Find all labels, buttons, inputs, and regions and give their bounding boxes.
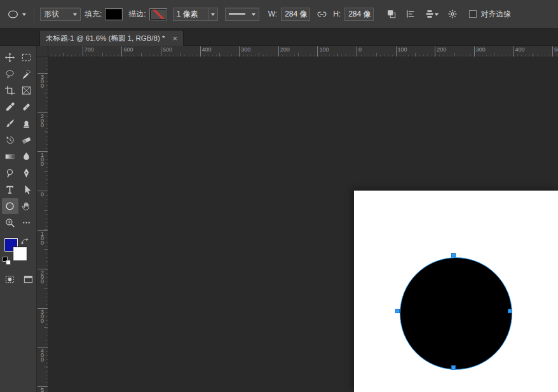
- stroke-width-input[interactable]: 1 像素: [173, 8, 208, 21]
- default-white-swatch: [6, 260, 11, 265]
- healing-tool[interactable]: [18, 99, 35, 115]
- align-edges-checkbox[interactable]: [469, 10, 477, 18]
- ruler-v-label: 100: [37, 151, 48, 166]
- document-tab[interactable]: 未标题-1 @ 61.6% (椭圆 1, RGB/8) * ×: [39, 30, 184, 46]
- document-canvas[interactable]: [354, 191, 558, 392]
- photoshop-window: 形状 填充: 描边: 1 像素 W: 284 像 H: 284 像: [0, 0, 558, 392]
- ruler-vertical[interactable]: 3002001000100200300400500: [37, 57, 48, 392]
- type-tool-icon: [4, 184, 15, 195]
- ruler-h-label: 600: [121, 46, 133, 57]
- ruler-v-label: 200: [37, 112, 48, 128]
- anchor-point-bottom[interactable]: [451, 365, 456, 370]
- ellipse-tool-icon: [4, 201, 15, 212]
- default-colors-button[interactable]: [3, 257, 12, 266]
- link-dimensions-button[interactable]: [314, 7, 329, 21]
- ruler-h-label: 100: [396, 46, 407, 57]
- blur-tool[interactable]: [18, 149, 35, 165]
- shape-height-input[interactable]: 284 像: [344, 8, 374, 21]
- chain-link-icon: [316, 9, 327, 20]
- more-tools-icon: [21, 217, 32, 228]
- lasso-tool-icon: [4, 69, 15, 79]
- gear-icon: [447, 9, 458, 19]
- clone-stamp-tool-icon: [21, 118, 32, 129]
- ruler-v-label: 200: [37, 269, 48, 284]
- ruler-v-label: 500: [37, 386, 48, 392]
- shape-height-value: 284 像: [348, 9, 371, 20]
- close-tab-button[interactable]: ×: [172, 34, 177, 43]
- healing-tool-icon: [21, 102, 32, 112]
- ruler-h-label: 400: [200, 46, 212, 57]
- hand-tool[interactable]: [18, 198, 35, 214]
- anchor-point-left[interactable]: [395, 309, 400, 313]
- type-tool[interactable]: [2, 182, 18, 198]
- width-label: W:: [268, 10, 277, 18]
- eraser-tool-icon: [21, 135, 32, 145]
- tool-preset-picker[interactable]: [5, 7, 28, 22]
- path-alignment-button[interactable]: [403, 7, 418, 21]
- screen-mode-button[interactable]: [23, 274, 34, 287]
- eyedropper-tool[interactable]: [2, 99, 18, 115]
- ruler-h-label: 200: [278, 46, 290, 57]
- shape-settings-button[interactable]: [445, 7, 460, 21]
- document-tab-bar: 未标题-1 @ 61.6% (椭圆 1, RGB/8) * ×: [0, 29, 558, 46]
- more-tools[interactable]: [18, 215, 35, 231]
- chevron-down-icon: [73, 13, 77, 18]
- stroke-type-select[interactable]: [225, 8, 259, 21]
- stroke-line-sample: [229, 13, 245, 15]
- gradient-tool[interactable]: [2, 149, 18, 165]
- swap-arrows-icon: [21, 238, 29, 246]
- path-arrangement-button[interactable]: [422, 7, 441, 21]
- blur-tool-icon: [21, 151, 32, 162]
- move-tool[interactable]: [2, 50, 18, 65]
- stroke-swatch[interactable]: [150, 9, 167, 20]
- ellipse-shape-layer[interactable]: [400, 257, 512, 370]
- brush-tool[interactable]: [2, 116, 18, 132]
- gradient-tool-icon: [4, 151, 15, 162]
- anchor-point-top[interactable]: [451, 253, 456, 257]
- ruler-h-label: 400: [513, 46, 524, 57]
- pasteboard: [48, 57, 558, 392]
- ruler-origin-corner[interactable]: [37, 46, 48, 57]
- chevron-down-icon: [435, 13, 439, 18]
- marquee-tool-icon: [21, 52, 32, 63]
- pen-tool[interactable]: [18, 165, 35, 181]
- height-label: H:: [333, 10, 341, 18]
- crop-tool[interactable]: [2, 83, 18, 98]
- stroke-width-dropdown[interactable]: [208, 8, 218, 21]
- ellipse-preset-icon: [7, 8, 19, 20]
- zoom-tool[interactable]: [2, 215, 18, 231]
- quick-select-tool-icon: [21, 69, 32, 79]
- history-brush-tool[interactable]: [2, 132, 18, 148]
- ruler-h-label: 100: [317, 46, 329, 57]
- shape-width-input[interactable]: 284 像: [281, 8, 310, 21]
- options-bar: 形状 填充: 描边: 1 像素 W: 284 像 H: 284 像: [0, 0, 558, 29]
- path-operations-button[interactable]: [384, 7, 399, 21]
- background-color-swatch[interactable]: [13, 247, 27, 260]
- ruler-v-label: 400: [37, 347, 48, 362]
- dodge-tool[interactable]: [2, 165, 18, 181]
- ruler-v-label: 100: [37, 230, 48, 245]
- clone-stamp-tool[interactable]: [18, 116, 35, 132]
- eraser-tool[interactable]: [18, 132, 35, 148]
- align-edges-label: 对齐边缘: [480, 9, 511, 20]
- ruler-h-label: 500: [161, 46, 172, 57]
- tool-mode-select[interactable]: 形状: [40, 8, 81, 21]
- quick-select-tool[interactable]: [18, 66, 35, 82]
- brush-tool-icon: [4, 118, 15, 129]
- document-tab-title: 未标题-1 @ 61.6% (椭圆 1, RGB/8) *: [46, 34, 165, 43]
- chevron-down-icon: [22, 13, 26, 18]
- shape-width-value: 284 像: [285, 9, 307, 20]
- history-brush-tool-icon: [4, 135, 15, 145]
- ellipse-tool[interactable]: [2, 198, 18, 214]
- path-select-tool[interactable]: [18, 182, 35, 198]
- anchor-point-right[interactable]: [508, 309, 512, 313]
- frame-tool[interactable]: [18, 83, 35, 98]
- chevron-down-icon: [252, 13, 255, 18]
- ruler-v-label: 300: [37, 308, 48, 323]
- ruler-horizontal[interactable]: 7006005004003002001000100200300400500: [48, 46, 558, 57]
- lasso-tool[interactable]: [2, 66, 18, 82]
- marquee-tool[interactable]: [18, 50, 35, 65]
- fill-swatch[interactable]: [105, 9, 122, 20]
- move-tool-icon: [4, 52, 15, 63]
- quick-mask-button[interactable]: [4, 274, 15, 287]
